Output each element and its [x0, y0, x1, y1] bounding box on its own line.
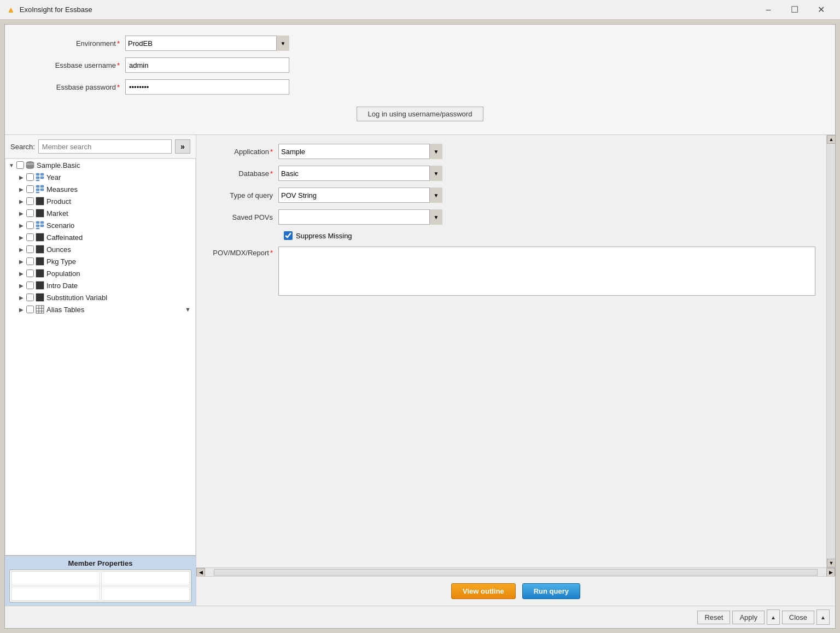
database-row: Database* Basic Interntl ▼: [207, 166, 815, 181]
tree-item-checkbox[interactable]: [26, 306, 34, 313]
reset-button[interactable]: Reset: [697, 611, 730, 624]
tree-item[interactable]: ▶ Substitution Variabl: [5, 291, 195, 303]
environment-select[interactable]: ProdEB DevEB TestEB: [125, 36, 289, 51]
prop-key-cell: [11, 571, 100, 585]
search-input[interactable]: [38, 139, 172, 154]
svg-rect-10: [40, 189, 44, 191]
tree-item-checkbox[interactable]: [26, 221, 34, 229]
search-row: Search: »: [5, 135, 196, 159]
tree-item-label: Ounces: [46, 245, 71, 254]
grid-icon: [36, 305, 44, 314]
hierarchy-icon: [36, 185, 44, 194]
tree-item[interactable]: ▶ Market: [5, 207, 195, 219]
tree-item-checkbox[interactable]: [26, 257, 34, 265]
tree-expand-icon[interactable]: ▶: [16, 208, 26, 218]
scroll-left-button[interactable]: ◀: [196, 568, 205, 577]
scroll-up-button[interactable]: ▲: [827, 135, 835, 144]
apply-button[interactable]: Apply: [732, 611, 765, 624]
vertical-scrollbar[interactable]: ▲ ▼: [826, 135, 835, 567]
prop-key-cell: [11, 587, 100, 601]
tree-item-label: Year: [46, 173, 61, 181]
password-input[interactable]: [125, 79, 289, 95]
tree-item[interactable]: ▼ Sample.Basic: [5, 159, 195, 171]
login-button[interactable]: Log in using username/password: [357, 107, 484, 121]
tree-item[interactable]: ▶ Pkg Type: [5, 255, 195, 267]
tree-item-checkbox[interactable]: [26, 294, 34, 301]
saved-povs-select-wrapper: ▼: [278, 209, 442, 225]
application-row: Application* Sample Demo ▼: [207, 144, 815, 159]
tree-item-checkbox[interactable]: [26, 197, 34, 205]
svg-rect-2: [36, 177, 39, 179]
tree-item[interactable]: ▶ Ounces: [5, 243, 195, 255]
run-query-button[interactable]: Run query: [522, 583, 580, 599]
tree-item[interactable]: ▶ Scenario: [5, 219, 195, 231]
tree-expand-icon[interactable]: ▶: [16, 304, 26, 314]
tree-item-checkbox[interactable]: [26, 233, 34, 241]
tree-item[interactable]: ▶ Caffeinated: [5, 231, 195, 243]
view-outline-button[interactable]: View outline: [451, 583, 516, 599]
query-buttons-row: View outline Run query: [196, 576, 835, 606]
tree-expand-icon[interactable]: ▶: [16, 220, 26, 230]
tree-item[interactable]: ▶ Alias Tables ▼: [5, 303, 195, 315]
tree-expand-icon[interactable]: ▶: [16, 244, 26, 254]
saved-povs-select[interactable]: [278, 209, 442, 225]
tree-item-checkbox[interactable]: [26, 209, 34, 217]
application-select[interactable]: Sample Demo: [278, 144, 442, 159]
pov-label: POV/MDX/Report*: [207, 247, 278, 257]
environment-label: Environment*: [27, 39, 125, 48]
svg-rect-23: [36, 294, 44, 301]
maximize-button[interactable]: ☐: [782, 2, 807, 18]
database-select[interactable]: Basic Interntl: [278, 166, 442, 181]
member-icon: [36, 257, 44, 266]
tree-item-label: Population: [46, 269, 80, 278]
tree-expand-icon[interactable]: ▶: [16, 256, 26, 266]
close-button[interactable]: Close: [782, 611, 814, 624]
scroll-right-button[interactable]: ▶: [826, 568, 835, 577]
suppress-missing-checkbox[interactable]: [284, 231, 293, 240]
table-row: [11, 587, 190, 601]
tree-item-label: Product: [46, 197, 71, 206]
environment-row: Environment* ProdEB DevEB TestEB ▼: [27, 36, 813, 51]
svg-rect-13: [36, 221, 39, 224]
close-window-button[interactable]: ✕: [808, 2, 833, 18]
apply-arrow-button[interactable]: ▲: [767, 609, 780, 625]
hierarchy-icon: [36, 221, 44, 230]
tree-item-checkbox[interactable]: [26, 173, 34, 181]
tree-item-label: Market: [46, 209, 68, 218]
suppress-missing-row: Suppress Missing: [207, 231, 815, 240]
tree-item-checkbox[interactable]: [26, 269, 34, 277]
tree-expand-icon[interactable]: ▶: [16, 196, 26, 206]
right-panel: Application* Sample Demo ▼: [196, 135, 835, 606]
tree-item-checkbox[interactable]: [26, 282, 34, 289]
tree-item-label: Caffeinated: [46, 233, 83, 242]
svg-rect-21: [36, 269, 44, 277]
tree-item[interactable]: ▶ Intro Date: [5, 279, 195, 291]
member-properties-title: Member Properties: [9, 559, 191, 567]
tree-item[interactable]: ▶ Population: [5, 267, 195, 279]
minimize-button[interactable]: –: [756, 2, 781, 18]
scroll-down-button[interactable]: ▼: [827, 559, 835, 567]
tree-expand-icon[interactable]: ▶: [16, 292, 26, 302]
horizontal-scrollbar[interactable]: ◀ ▶: [196, 567, 835, 576]
tree-expand-icon[interactable]: ▶: [16, 232, 26, 242]
tree-expand-icon[interactable]: ▶: [16, 268, 26, 278]
member-icon: [36, 281, 44, 290]
pov-textarea[interactable]: [278, 247, 815, 296]
search-go-button[interactable]: »: [175, 139, 190, 154]
tree-item-checkbox[interactable]: [16, 161, 24, 169]
tree-item[interactable]: ▶ Year: [5, 171, 195, 183]
close-arrow-button[interactable]: ▲: [816, 609, 830, 625]
username-input[interactable]: [125, 57, 289, 73]
tree-expand-icon[interactable]: ▶: [16, 184, 26, 194]
tree-item[interactable]: ▶ Product: [5, 195, 195, 207]
tree-item-checkbox[interactable]: [26, 245, 34, 253]
table-row: [11, 571, 190, 585]
tree-expand-icon[interactable]: ▶: [16, 172, 26, 182]
tree-expand-icon[interactable]: ▶: [16, 280, 26, 290]
svg-rect-3: [36, 180, 39, 181]
tree-expand-icon[interactable]: ▼: [7, 160, 16, 170]
saved-povs-row: Saved POVs ▼: [207, 209, 815, 225]
query-type-select[interactable]: POV String MDX Report: [278, 187, 442, 203]
tree-item[interactable]: ▶ Measures: [5, 183, 195, 195]
tree-item-checkbox[interactable]: [26, 185, 34, 193]
